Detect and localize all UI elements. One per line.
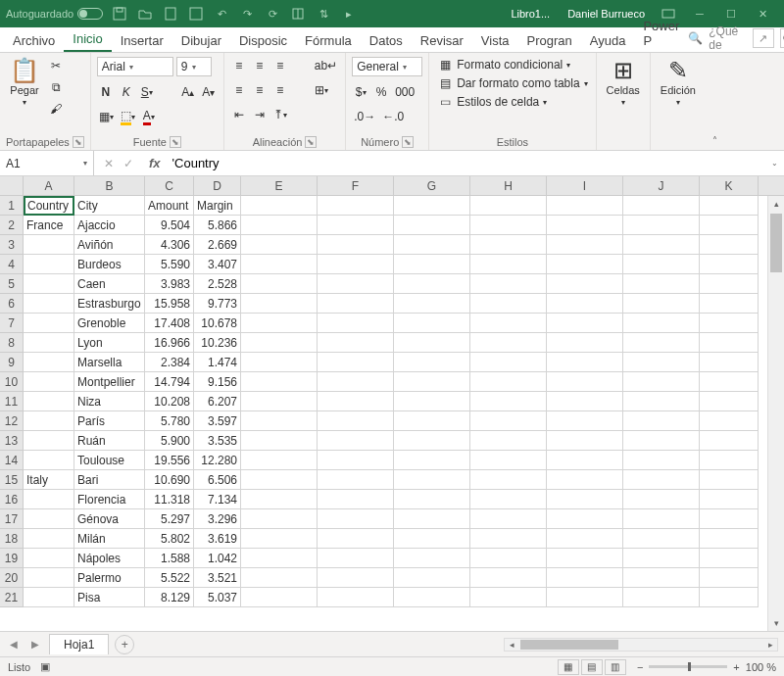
cell[interactable] — [547, 294, 623, 314]
cell[interactable] — [470, 549, 547, 568]
cell[interactable]: 6.207 — [194, 392, 241, 411]
underline-button[interactable]: S▾ — [138, 83, 156, 101]
cell[interactable] — [318, 314, 394, 333]
cell[interactable]: 6.506 — [194, 470, 241, 490]
cell[interactable] — [700, 529, 759, 549]
cell[interactable]: 3.296 — [194, 509, 241, 529]
cell[interactable] — [394, 470, 470, 490]
sort-icon[interactable]: ⇅ — [315, 5, 332, 23]
col-header-G[interactable]: G — [394, 176, 470, 195]
row-header[interactable]: 9 — [0, 353, 24, 372]
cell[interactable] — [318, 392, 394, 411]
cell[interactable] — [394, 490, 470, 509]
cell[interactable] — [547, 509, 623, 529]
cell[interactable]: 10.690 — [145, 470, 194, 490]
cell[interactable] — [241, 490, 318, 509]
tab-fórmula[interactable]: Fórmula — [296, 29, 361, 52]
cell[interactable] — [547, 470, 623, 490]
cell-styles-button[interactable]: ▭Estilos de celda▾ — [435, 94, 589, 110]
cell[interactable] — [547, 255, 623, 274]
row-header[interactable]: 19 — [0, 549, 24, 568]
percent-format-icon[interactable]: % — [372, 83, 390, 101]
cell[interactable] — [318, 255, 394, 274]
sheet-nav-prev-icon[interactable]: ◀ — [6, 639, 22, 650]
cell[interactable]: 19.556 — [145, 451, 194, 470]
cell[interactable]: Niza — [74, 392, 145, 411]
cell[interactable] — [700, 568, 759, 588]
bold-button[interactable]: N — [97, 83, 115, 101]
cell[interactable] — [547, 431, 623, 451]
align-bottom-icon[interactable]: ≡ — [271, 57, 289, 74]
row-header[interactable]: 8 — [0, 333, 24, 353]
cell[interactable] — [241, 451, 318, 470]
wrap-text-button[interactable]: ab↵ — [313, 57, 339, 74]
cell[interactable] — [394, 294, 470, 314]
tab-ayuda[interactable]: Ayuda — [581, 29, 635, 52]
cell[interactable] — [394, 372, 470, 392]
cell[interactable] — [470, 353, 547, 372]
col-header-A[interactable]: A — [24, 176, 74, 195]
row-header[interactable]: 2 — [0, 216, 24, 235]
cell[interactable] — [241, 294, 318, 314]
cell[interactable] — [318, 216, 394, 235]
cell[interactable] — [470, 588, 547, 607]
cell[interactable] — [241, 549, 318, 568]
cell[interactable] — [318, 568, 394, 588]
enter-formula-icon[interactable]: ✓ — [123, 157, 133, 170]
cell[interactable] — [547, 196, 623, 216]
cell[interactable] — [623, 392, 700, 411]
cell[interactable] — [470, 411, 547, 431]
cell[interactable] — [623, 353, 700, 372]
cell[interactable] — [241, 470, 318, 490]
zoom-slider[interactable] — [649, 665, 727, 668]
select-all-corner[interactable] — [0, 176, 24, 195]
tab-dibujar[interactable]: Dibujar — [172, 29, 230, 52]
cell[interactable] — [623, 411, 700, 431]
row-header[interactable]: 4 — [0, 255, 24, 274]
cell[interactable] — [547, 353, 623, 372]
cell[interactable]: 3.983 — [145, 274, 194, 294]
cell[interactable] — [623, 314, 700, 333]
cell[interactable] — [24, 490, 74, 509]
vertical-scrollbar[interactable]: ▴ ▾ — [767, 196, 784, 631]
save-icon[interactable] — [111, 5, 128, 23]
cell[interactable] — [24, 411, 74, 431]
cell[interactable]: 9.156 — [194, 372, 241, 392]
cell[interactable]: Milán — [74, 529, 145, 549]
cell[interactable] — [547, 274, 623, 294]
cell[interactable] — [241, 411, 318, 431]
cell[interactable]: 11.318 — [145, 490, 194, 509]
row-header[interactable]: 5 — [0, 274, 24, 294]
cell[interactable]: 9.504 — [145, 216, 194, 235]
row-header[interactable]: 13 — [0, 431, 24, 451]
cell[interactable]: Estrasburgo — [74, 294, 145, 314]
align-top-icon[interactable]: ≡ — [230, 57, 248, 74]
cell[interactable]: 5.802 — [145, 529, 194, 549]
row-header[interactable]: 16 — [0, 490, 24, 509]
cell[interactable] — [241, 431, 318, 451]
normal-view-icon[interactable]: ▦ — [558, 659, 579, 675]
cell[interactable] — [470, 470, 547, 490]
cell[interactable]: 4.306 — [145, 235, 194, 255]
cell[interactable] — [700, 431, 759, 451]
cell[interactable] — [470, 490, 547, 509]
cell[interactable] — [470, 431, 547, 451]
cell[interactable] — [700, 274, 759, 294]
cell[interactable]: Florencia — [74, 490, 145, 509]
cell[interactable]: Margin — [194, 196, 241, 216]
cell[interactable] — [700, 333, 759, 353]
cell[interactable]: 5.900 — [145, 431, 194, 451]
cell[interactable] — [623, 255, 700, 274]
tab-revisar[interactable]: Revisar — [412, 29, 472, 52]
cell[interactable] — [24, 431, 74, 451]
fx-icon[interactable]: fx — [143, 156, 167, 170]
cell[interactable] — [547, 529, 623, 549]
align-center-icon[interactable]: ≡ — [251, 81, 269, 99]
cell[interactable] — [547, 568, 623, 588]
new-sheet-button[interactable]: + — [115, 635, 134, 654]
cell[interactable] — [470, 333, 547, 353]
zoom-out-button[interactable]: − — [637, 661, 643, 673]
cut-icon[interactable]: ✂ — [47, 57, 65, 74]
cell[interactable] — [547, 549, 623, 568]
cell[interactable]: Pisa — [74, 588, 145, 607]
